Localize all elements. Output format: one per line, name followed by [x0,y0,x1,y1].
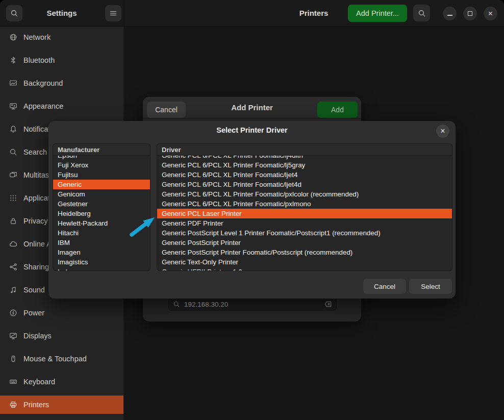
driver-row[interactable]: Generic PCL 6/PCL XL Printer Foomatic/lj… [157,170,452,180]
driver-label: Generic UFRII Printer v1.0 [162,268,242,270]
bluetooth-icon [9,56,17,64]
manufacturer-row[interactable]: Fujitsu [53,170,150,180]
sidebar-item[interactable]: Mouse & Touchpad [0,350,123,368]
manufacturer-label: IBM [58,239,70,246]
driver-label: Generic PCL Laser Printer [162,210,242,217]
manufacturer-label: Imagistics [58,258,88,266]
add-dialog-cancel-button[interactable]: Cancel [147,102,186,118]
maximize-button[interactable] [463,7,477,20]
manufacturer-label: Genicom [58,190,85,198]
background-icon [9,79,17,87]
driver-label: Generic PostScript Printer [162,239,241,246]
sidebar-item-label: Mouse & Touchpad [23,355,87,363]
manufacturer-label: Gestetner [58,200,88,208]
online-accounts-icon [9,240,17,248]
settings-window: Settings Printers Add Printer... × Netwo… [0,0,504,420]
sound-icon [9,286,17,294]
sidebar-item-label: Sharing [23,263,49,271]
sidebar-item-label: Background [23,79,63,87]
minimize-button[interactable] [443,7,457,20]
driver-dialog-cancel-button[interactable]: Cancel [363,279,406,294]
driver-row[interactable]: Generic PCL 6/PCL XL Printer Foomatic/lj… [157,160,452,170]
sidebar-item[interactable]: Power [0,304,123,322]
driver-label: Generic PCL 6/PCL XL Printer Foomatic/lj… [162,171,297,179]
header-divider [124,0,124,26]
driver-row[interactable]: Generic PostScript Level 1 Printer Fooma… [157,228,452,238]
driver-row[interactable]: Generic PDF Printer [157,218,452,228]
manufacturer-label: Heidelberg [58,210,91,217]
add-printer-button[interactable]: Add Printer... [348,5,407,22]
search-icon [173,301,180,308]
hamburger-icon [109,9,117,17]
manufacturer-row[interactable]: Imagistics [53,257,150,267]
close-icon: × [440,127,445,135]
power-icon [9,309,17,317]
sidebar-item-label: Appearance [23,102,63,110]
sidebar-item[interactable]: Keyboard [0,373,123,391]
manufacturer-label: Fuji Xerox [58,161,88,169]
hamburger-menu-button[interactable] [105,5,121,21]
manufacturer-label: Index [58,268,74,270]
network-icon [9,33,17,41]
driver-row[interactable]: Generic PCL 6/PCL XL Printer Foomatic/px… [157,199,452,209]
driver-label: Generic PostScript Printer Foomatic/Post… [162,249,352,256]
sharing-icon [9,263,17,271]
printers-search-button[interactable] [413,5,430,21]
driver-label: Generic PCL 6/PCL XL Printer Foomatic/lj… [162,156,303,159]
page-title: Printers [299,9,329,17]
sidebar-item[interactable]: Bluetooth [0,51,123,69]
manufacturer-row[interactable]: Epson [53,156,150,160]
clear-input-icon[interactable] [324,300,332,308]
manufacturer-panel: Manufacturer Epson Fuji Xerox Fujitsu Ge… [53,143,150,271]
manufacturer-row[interactable]: IBM [53,238,150,248]
select-printer-driver-dialog: Select Printer Driver × Manufacturer Eps… [48,121,456,299]
close-icon: × [488,10,493,18]
search-icon [9,148,17,156]
close-window-button[interactable]: × [484,7,497,20]
manufacturer-row[interactable]: Generic [53,180,150,189]
sidebar-item-label: Sound [23,286,45,294]
driver-row[interactable]: Generic PCL Laser Printer [157,209,452,218]
manufacturer-row[interactable]: Imagen [53,248,150,257]
printers-icon [9,401,17,409]
sidebar-item-label: Displays [23,332,52,340]
driver-label: Generic PCL 6/PCL XL Printer Foomatic/lj… [162,181,301,188]
sidebar-item-label: Privacy [23,217,48,225]
manufacturer-row[interactable]: Genicom [53,189,150,199]
appearance-icon [9,102,17,110]
add-dialog-add-button[interactable]: Add [317,102,358,118]
driver-list[interactable]: Generic PCL 6/PCL XL Printer Foomatic/lj… [157,156,452,270]
manufacturer-row[interactable]: Fuji Xerox [53,160,150,170]
driver-dialog-select-button[interactable]: Select [409,279,452,294]
driver-dialog-close-button[interactable]: × [436,125,449,138]
manufacturer-label: Hitachi [58,229,79,237]
driver-row[interactable]: Generic PCL 6/PCL XL Printer Foomatic/lj… [157,180,452,189]
driver-row[interactable]: Generic PCL 6/PCL XL Printer Foomatic/lj… [157,156,452,160]
driver-row[interactable]: Generic UFRII Printer v1.0 [157,267,452,270]
printer-search-input[interactable]: 192.168.30.20 [168,298,337,311]
sidebar-item-label: Keyboard [23,378,55,386]
privacy-icon [9,217,17,225]
driver-row[interactable]: Generic PCL 6/PCL XL Printer Foomatic/px… [157,189,452,199]
sidebar-item-label: Network [23,33,51,41]
sidebar-item[interactable]: Appearance [0,97,123,115]
driver-row[interactable]: Generic PostScript Printer Foomatic/Post… [157,248,452,257]
displays-icon [9,332,17,340]
sidebar-item[interactable]: Printers [0,396,123,414]
manufacturer-row[interactable]: Index [53,267,150,270]
driver-row[interactable]: Generic PostScript Printer [157,238,452,248]
sidebar-item[interactable]: Background [0,74,123,92]
sidebar-item[interactable]: Network [0,28,123,46]
applications-icon [9,194,17,202]
driver-dialog-title: Select Printer Driver [216,126,287,134]
sidebar-search-button[interactable] [6,5,22,21]
sidebar-item-label: Printers [23,401,49,409]
manufacturer-row[interactable]: Gestetner [53,199,150,209]
driver-column-header: Driver [157,144,452,156]
manufacturer-label: Epson [58,156,77,159]
driver-label: Generic PostScript Level 1 Printer Fooma… [162,229,381,237]
driver-label: Generic PDF Printer [162,219,223,227]
maximize-icon [468,11,472,16]
driver-row[interactable]: Generic Text-Only Printer [157,257,452,267]
sidebar-item[interactable]: Displays [0,327,123,345]
